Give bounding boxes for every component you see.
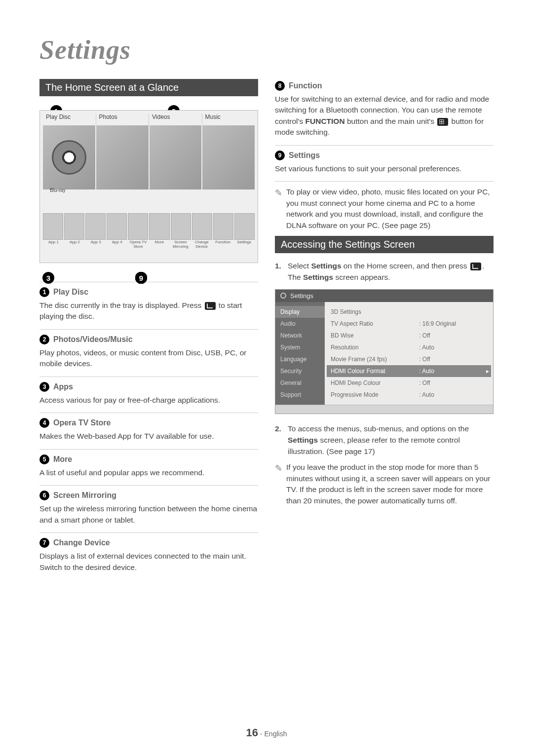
photos-thumb — [96, 125, 149, 189]
sidebar-item-network: Network — [275, 330, 325, 341]
note-idle: ✎ If you leave the product in the stop m… — [275, 462, 494, 506]
item-3-body: Access various for pay or free-of-charge… — [39, 395, 258, 406]
function-icon — [437, 118, 448, 126]
sidebar-item-security: Security — [275, 365, 325, 377]
sidebar-item-general: General — [275, 377, 325, 389]
home-screen-diagram: Play Disc Photos Videos Music Blu-ray — [39, 110, 258, 263]
strip-app3: App 3 — [85, 240, 107, 249]
strip-app4: App 4 — [107, 240, 128, 249]
item-1-body: The disc currently in the tray is displa… — [39, 300, 258, 322]
strip-app1: App 1 — [43, 240, 64, 249]
tile-videos: Videos — [149, 113, 202, 125]
music-thumb — [202, 125, 255, 189]
gear-icon — [280, 293, 286, 299]
note-pc: ✎ To play or view video, photo, music fi… — [275, 187, 494, 231]
settings-main: 3D SettingsTV Aspect Ratio: 16:9 Origina… — [325, 302, 493, 405]
item-3-head: 3Apps — [39, 382, 258, 392]
item-2-body: Play photos, videos, or music content fr… — [39, 347, 258, 370]
sidebar-item-support: Support — [275, 389, 325, 401]
strip-mirror: Screen Mirroring — [170, 240, 191, 249]
sidebar-item-display: Display — [275, 306, 325, 318]
item-1-head: 1Play Disc — [39, 287, 258, 297]
settings-row: HDMI Deep Colour: Off — [331, 377, 487, 389]
play-icon — [205, 302, 216, 310]
strip-more: More — [149, 240, 170, 249]
bluray-label: Blu-ray — [50, 188, 66, 193]
note-icon: ✎ — [275, 187, 282, 231]
strip-change: Change Device — [191, 240, 212, 249]
sidebar-item-language: Language — [275, 353, 325, 365]
settings-row: 3D Settings — [331, 306, 487, 318]
settings-row: Resolution: Auto — [331, 341, 487, 353]
page-title: Settings — [39, 35, 494, 65]
settings-sidebar: Display Audio Network System Language Se… — [275, 302, 325, 405]
page-footer: 16 - English — [0, 726, 533, 739]
enter-icon — [470, 263, 481, 270]
disc-thumb — [43, 125, 95, 189]
settings-row: BD Wise: Off — [331, 330, 487, 341]
section-home-header: The Home Screen at a Glance — [39, 79, 258, 96]
step-2: 2. To access the menus, sub-menus, and o… — [275, 423, 494, 457]
section-access-header: Accessing the Settings Screen — [275, 236, 494, 253]
right-column: 8Function Use for switching to an extern… — [275, 79, 494, 575]
settings-row: TV Aspect Ratio: 16:9 Original — [331, 318, 487, 330]
strip-function: Function — [212, 240, 233, 249]
settings-screen-diagram: Settings Display Audio Network System La… — [275, 289, 494, 414]
settings-row: HDMI Colour Format: Auto — [327, 365, 491, 377]
sidebar-item-system: System — [275, 341, 325, 353]
item-9-body: Set various functions to suit your perso… — [275, 163, 494, 174]
callout-9-icon: 9 — [135, 272, 147, 284]
item-5-body: A list of useful and popular apps we rec… — [39, 467, 258, 478]
item-4-head: 4Opera TV Store — [39, 418, 258, 428]
callout-3-icon: 3 — [42, 272, 54, 284]
tile-music: Music — [202, 113, 255, 125]
item-9-head: 9Settings — [275, 151, 494, 160]
strip-opera: Opera TV Store — [128, 240, 149, 249]
item-8-body: Use for switching to an external device,… — [275, 94, 494, 138]
item-8-head: 8Function — [275, 81, 494, 91]
item-6-body: Set up the wireless mirroring function b… — [39, 503, 258, 526]
item-7-body: Displays a list of external devices conn… — [39, 551, 258, 573]
item-5-head: 5More — [39, 454, 258, 464]
settings-titlebar: Settings — [275, 290, 493, 302]
tile-photos: Photos — [96, 113, 150, 125]
step-1: 1. Select Settings on the Home screen, a… — [275, 260, 494, 283]
note-icon: ✎ — [275, 462, 282, 506]
item-6-head: 6Screen Mirroring — [39, 491, 258, 500]
item-4-body: Makes the Web-based App for TV available… — [39, 431, 258, 442]
videos-thumb — [150, 125, 202, 189]
tile-play-disc: Play Disc — [43, 113, 96, 125]
item-7-head: 7Change Device — [39, 538, 258, 548]
settings-row: Progressive Mode: Auto — [331, 389, 487, 401]
strip-settings: Settings — [233, 240, 255, 249]
left-column: The Home Screen at a Glance 1 2 Play Dis… — [39, 79, 258, 575]
strip-app2: App 2 — [64, 240, 85, 249]
item-2-head: 2Photos/Videos/Music — [39, 335, 258, 344]
sidebar-item-audio: Audio — [275, 318, 325, 330]
settings-row: Movie Frame (24 fps): Off — [331, 353, 487, 365]
